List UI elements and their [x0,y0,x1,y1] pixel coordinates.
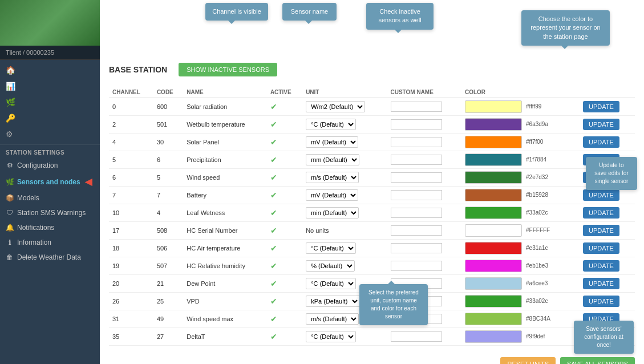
cell-color[interactable]: #2e7d32 [461,169,580,187]
cell-update[interactable]: UPDATE [580,98,635,116]
custom-name-input[interactable] [391,261,442,271]
update-button[interactable]: UPDATE [583,119,619,130]
unit-select[interactable]: mm (Default) [306,154,359,165]
cell-unit[interactable]: W/m2 (Default) [302,98,387,116]
reset-units-button[interactable]: RESET UNITS [500,357,556,364]
cell-custom-name[interactable] [387,116,461,134]
update-button[interactable]: UPDATE [583,101,619,112]
sidebar-item-notifications[interactable]: 🔔 Notifications [0,220,100,235]
cell-unit[interactable]: °C (Default) [302,328,387,346]
cell-color[interactable]: #9f9def [461,328,580,346]
custom-name-input[interactable] [391,172,442,183]
save-all-button[interactable]: SAVE ALL SENSORS [560,357,635,364]
cell-unit[interactable]: mV (Default) [302,187,387,204]
tooltip-unit: Select the preferred unit, custom name a… [359,284,428,325]
custom-name-input[interactable] [391,331,442,342]
cell-update[interactable]: UPDATE [580,222,635,240]
unit-select[interactable]: mV (Default) [306,136,358,148]
cell-code: 501 [153,116,183,134]
cell-custom-name[interactable] [387,204,461,222]
cell-custom-name[interactable] [387,187,461,204]
table-row: 5 6 Precipitation ✔ mm (Default) #1f7884… [109,151,635,169]
cell-update[interactable]: UPDATE [580,293,635,310]
unit-select[interactable]: W/m2 (Default) [306,101,365,112]
sidebar-item-information[interactable]: ℹ Information [0,235,100,250]
cell-unit[interactable]: m/s (Default) [302,169,387,187]
custom-name-input[interactable] [391,119,442,130]
table-row: 10 4 Leaf Wetness ✔ min (Default) #33a02… [109,204,635,222]
cell-unit[interactable]: min (Default) [302,204,387,222]
cell-update[interactable]: UPDATE [580,257,635,275]
sidebar-icon-key[interactable]: 🔑 [0,110,100,126]
sidebar-item-sensors[interactable]: 🌿 Sensors and nodes ◀ [0,173,100,191]
custom-name-input[interactable] [391,137,442,147]
unit-select[interactable]: m/s (Default) [306,172,359,183]
custom-name-input[interactable] [391,225,442,236]
cell-color[interactable]: #ff7f00 [461,134,580,151]
custom-name-input[interactable] [391,190,442,200]
sidebar-item-delete[interactable]: 🗑 Delete Weather Data [0,250,100,265]
sidebar-item-sms[interactable]: 🛡 Station SMS Warnings [0,205,100,220]
show-inactive-button[interactable]: SHOW INACTIVE SENSORS [179,63,277,76]
cell-code: 600 [153,98,183,116]
sidebar-icon-stats[interactable]: 📊 [0,78,100,94]
cell-custom-name[interactable] [387,240,461,257]
cell-update[interactable]: UPDATE [580,116,635,134]
unit-select[interactable]: °C (Default) [306,242,356,254]
cell-custom-name[interactable] [387,328,461,346]
cell-color[interactable]: #ffff99 [461,98,580,116]
unit-select[interactable]: °C (Default) [306,119,356,130]
cell-color[interactable]: #6a3d9a [461,116,580,134]
update-button[interactable]: UPDATE [583,136,619,148]
cell-color[interactable]: #33a02c [461,204,580,222]
sidebar-icon-home[interactable]: 🏠 [0,62,100,78]
update-button[interactable]: UPDATE [583,278,619,289]
cell-custom-name[interactable] [387,98,461,116]
sidebar-icon-settings[interactable]: ⚙ [0,126,100,142]
cell-color[interactable]: #e31a1c [461,240,580,257]
unit-select[interactable]: °C (Default) [306,331,356,342]
unit-select[interactable]: % (Default) [306,260,355,272]
unit-select[interactable]: kPa (Default) [306,296,360,307]
cell-update[interactable]: UPDATE [580,134,635,151]
custom-name-input[interactable] [391,155,442,165]
unit-select[interactable]: mV (Default) [306,189,358,201]
cell-channel: 18 [109,240,153,257]
cell-unit[interactable]: No units [302,222,387,240]
cell-unit[interactable]: mm (Default) [302,151,387,169]
cell-custom-name[interactable] [387,257,461,275]
update-button[interactable]: UPDATE [583,296,619,307]
sidebar-item-configuration[interactable]: ⚙ Configuration [0,158,100,173]
update-button[interactable]: UPDATE [583,225,619,236]
unit-select[interactable]: m/s (Default) [306,313,359,325]
cell-unit[interactable]: °C (Default) [302,240,387,257]
cell-color[interactable]: #FFFFFF [461,222,580,240]
update-button[interactable]: UPDATE [583,242,619,254]
cell-update[interactable]: UPDATE [580,240,635,257]
custom-name-input[interactable] [391,102,442,112]
cell-color[interactable]: #33a02c [461,293,580,310]
cell-update[interactable]: UPDATE [580,204,635,222]
cell-color[interactable]: #1f7884 [461,151,580,169]
update-button[interactable]: UPDATE [583,207,619,219]
update-button[interactable]: UPDATE [583,260,619,272]
unit-select[interactable]: °C (Default) [306,278,356,289]
cell-color[interactable]: #eb1be3 [461,257,580,275]
cell-custom-name[interactable] [387,222,461,240]
cell-unit[interactable]: % (Default) [302,257,387,275]
cell-custom-name[interactable] [387,151,461,169]
sidebar-icon-leaf[interactable]: 🌿 [0,94,100,110]
custom-name-input[interactable] [391,208,442,218]
cell-color[interactable]: #b15928 [461,187,580,204]
custom-name-input[interactable] [391,243,442,253]
sidebar-item-models[interactable]: 📦 Models [0,191,100,205]
cell-custom-name[interactable] [387,134,461,151]
cell-update[interactable]: UPDATE [580,275,635,293]
cell-unit[interactable]: °C (Default) [302,116,387,134]
update-button[interactable]: UPDATE [583,189,619,201]
cell-color[interactable]: #a6cee3 [461,275,580,293]
cell-unit[interactable]: mV (Default) [302,134,387,151]
unit-select[interactable]: min (Default) [306,207,359,219]
cell-custom-name[interactable] [387,169,461,187]
cell-color[interactable]: #8BC34A [461,310,580,328]
